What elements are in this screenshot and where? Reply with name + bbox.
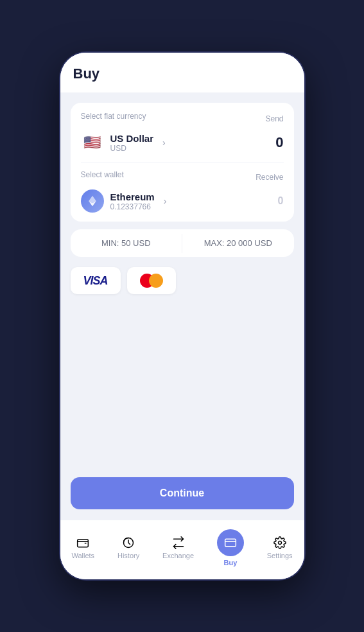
nav-item-wallets[interactable]: Wallets (64, 534, 102, 562)
wallets-icon (76, 536, 89, 549)
visa-logo: VISA (83, 274, 108, 288)
minmax-card: MIN: 50 USD MAX: 20 000 USD (71, 229, 294, 257)
send-value: 0 (275, 134, 283, 151)
send-label: Send (265, 114, 283, 123)
mastercard-logo (140, 274, 163, 288)
svg-rect-2 (78, 540, 89, 547)
exchange-icon (172, 536, 185, 549)
buy-icon (224, 536, 237, 549)
history-icon (122, 536, 135, 549)
wallets-nav-label: Wallets (71, 552, 94, 559)
mc-orange-circle (149, 274, 163, 288)
crypto-currency-info[interactable]: Ethereum 0.12337766 › (81, 189, 167, 213)
main-content: Select fiat currency Send 🇺🇸 US Dollar U… (60, 92, 304, 520)
page-header: Buy (60, 53, 304, 92)
wallet-label: Select wallet (81, 170, 124, 179)
buy-nav-label: Buy (224, 559, 238, 566)
receive-value: 0 (278, 195, 284, 207)
fiat-currency-info[interactable]: 🇺🇸 US Dollar USD › (81, 131, 166, 154)
payment-methods: VISA (71, 265, 294, 297)
card-divider (81, 162, 284, 162)
exchange-nav-label: Exchange (162, 552, 194, 559)
history-nav-label: History (117, 552, 139, 559)
fiat-currency-card[interactable]: Select fiat currency Send 🇺🇸 US Dollar U… (71, 103, 294, 222)
fiat-label: Select fiat currency (81, 112, 146, 121)
crypto-name: Ethereum (110, 191, 155, 202)
receive-label: Receive (256, 173, 283, 182)
crypto-name-block: Ethereum 0.12337766 (110, 191, 155, 211)
continue-button[interactable]: Continue (71, 477, 294, 509)
nav-item-buy[interactable]: Buy (209, 527, 252, 569)
fiat-chevron-icon: › (162, 137, 166, 148)
nav-item-exchange[interactable]: Exchange (155, 534, 202, 562)
crypto-balance: 0.12337766 (110, 202, 155, 211)
fiat-flag: 🇺🇸 (81, 131, 104, 154)
min-limit: MIN: 50 USD (71, 229, 182, 257)
fiat-currency-code: USD (110, 144, 154, 153)
fiat-name-block: US Dollar USD (110, 133, 154, 153)
nav-item-history[interactable]: History (110, 534, 147, 562)
settings-icon (273, 536, 286, 549)
settings-nav-label: Settings (267, 552, 293, 559)
spacer (71, 304, 294, 470)
fiat-currency-name: US Dollar (110, 133, 154, 144)
page-title: Buy (73, 66, 100, 82)
nav-item-settings[interactable]: Settings (259, 534, 300, 562)
eth-icon (81, 189, 104, 213)
svg-point-6 (278, 541, 281, 545)
max-limit: MAX: 20 000 USD (182, 229, 294, 257)
buy-icon-wrap (217, 529, 244, 556)
mastercard-card[interactable] (127, 267, 176, 294)
crypto-chevron-icon: › (164, 196, 167, 206)
svg-rect-4 (225, 539, 236, 547)
visa-card[interactable]: VISA (71, 267, 121, 294)
bottom-nav: Wallets History Exchange (60, 520, 304, 579)
